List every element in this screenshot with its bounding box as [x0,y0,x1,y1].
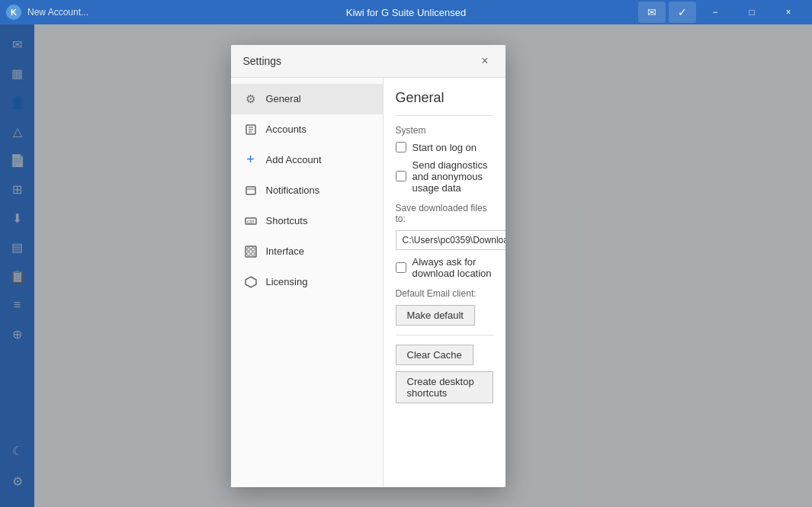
svg-rect-11 [247,252,250,255]
file-path-input[interactable] [396,230,505,250]
title-bar: K New Account... Kiwi for G Suite Unlice… [0,0,812,24]
settings-body: ⚙ General [231,78,505,487]
app-body: ✉ ▦ 👤 △ 📄 ⊞ ⬇ ▤ 📋 ≡ ⊕ ☾ ⚙ net ly offline… [0,24,812,507]
create-shortcuts-button[interactable]: Create desktop shortcuts [396,371,493,403]
account-name: New Account... [27,7,88,18]
settings-dialog: Settings × ⚙ General [231,45,505,487]
start-on-logon-checkbox[interactable] [396,142,406,152]
send-diagnostics-row: Send diagnostics and anonymous usage dat… [396,159,493,194]
svg-marker-13 [246,277,256,287]
nav-item-notifications[interactable]: Notifications [231,175,383,206]
settings-nav: ⚙ General [231,78,384,487]
maximize-button[interactable]: □ [734,0,769,24]
nav-item-shortcuts[interactable]: ctrl Shortcuts [231,206,383,236]
send-diagnostics-label: Send diagnostics and anonymous usage dat… [412,159,493,194]
content-title: General [396,90,493,106]
nav-item-licensing[interactable]: Licensing [231,267,383,297]
settings-close-button[interactable]: × [477,53,493,69]
default-email-label: Default Email client: [396,288,493,299]
system-section-label: System [396,125,493,136]
nav-label-accounts: Accounts [266,124,307,135]
licensing-icon [243,274,258,290]
nav-item-interface[interactable]: Interface [231,236,383,267]
svg-text:ctrl: ctrl [247,219,255,224]
mail-action-button[interactable]: ✉ [638,2,666,23]
settings-header: Settings × [231,45,505,78]
start-on-logon-label: Start on log on [412,142,477,153]
close-button[interactable]: × [771,0,806,24]
notifications-icon [243,183,258,198]
svg-rect-10 [252,248,255,251]
window-title: Kiwi for G Suite Unlicensed [346,7,467,18]
make-default-button[interactable]: Make default [396,305,475,326]
nav-item-add-account[interactable]: + Add Account [231,145,383,175]
clear-cache-button[interactable]: Clear Cache [396,345,473,365]
always-ask-label: Always ask for download location [412,256,493,279]
settings-content: General System Start on log on Send diag… [384,78,505,487]
interface-icon [243,244,258,259]
nav-label-shortcuts: Shortcuts [266,215,308,226]
divider-2 [396,335,493,335]
nav-label-general: General [266,93,301,104]
divider-1 [396,115,493,116]
svg-rect-4 [246,187,255,194]
nav-item-general[interactable]: ⚙ General [231,84,383,114]
check-action-button[interactable]: ✓ [669,2,696,23]
general-icon: ⚙ [243,91,258,107]
minimize-button[interactable]: − [698,0,733,24]
nav-label-licensing: Licensing [266,276,308,287]
nav-label-interface: Interface [266,245,305,257]
add-account-icon: + [243,152,258,168]
shortcuts-icon: ctrl [243,213,258,229]
settings-dialog-title: Settings [243,55,282,67]
nav-label-add-account: Add Account [266,154,322,165]
app-icon: K [6,5,21,20]
app-window: K New Account... Kiwi for G Suite Unlice… [0,0,812,507]
file-path-row: Change... [396,230,493,250]
nav-label-notifications: Notifications [266,185,320,196]
modal-overlay: Settings × ⚙ General [0,24,812,507]
title-bar-controls: ✉ ✓ − □ × [638,0,806,24]
accounts-icon [243,122,258,137]
save-files-label: Save downloaded files to: [396,203,493,224]
start-on-logon-row: Start on log on [396,142,493,153]
always-ask-row: Always ask for download location [396,256,493,279]
title-bar-actions: ✉ ✓ [638,2,696,23]
svg-rect-12 [252,252,255,255]
always-ask-checkbox[interactable] [396,262,406,273]
title-bar-left: K New Account... [6,5,88,20]
svg-rect-9 [247,248,250,251]
send-diagnostics-checkbox[interactable] [396,171,406,181]
nav-item-accounts[interactable]: Accounts [231,114,383,145]
